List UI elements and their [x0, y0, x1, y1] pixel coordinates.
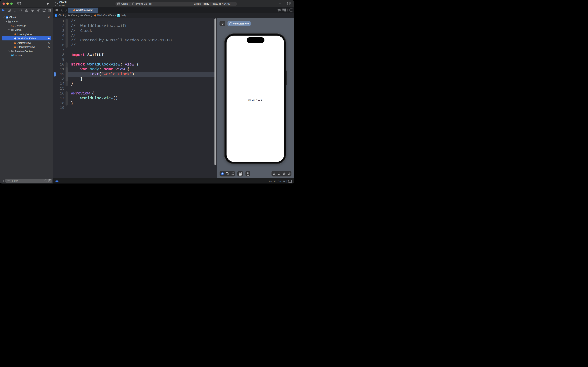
svg-text:1: 1 [279, 173, 279, 175]
